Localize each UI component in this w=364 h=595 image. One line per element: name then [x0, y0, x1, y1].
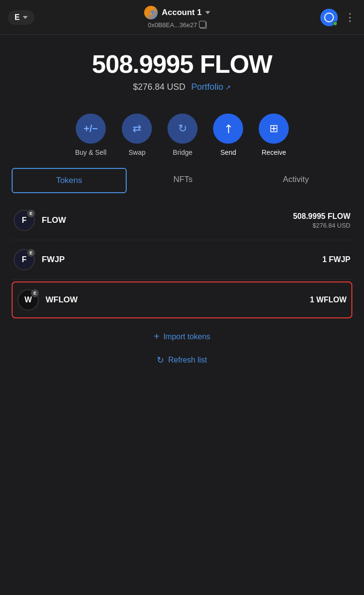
receive-circle: ⊞ — [259, 114, 289, 144]
portfolio-link[interactable]: Portfolio ↗ — [191, 82, 231, 92]
balance-section: 508.9995 FLOW $276.84 USD Portfolio ↗ — [12, 35, 352, 102]
network-status-icon[interactable] — [320, 9, 338, 26]
account-name: Account 1 — [162, 8, 201, 17]
receive-label: Receive — [262, 149, 286, 156]
token-row-fwjp[interactable]: F E FWJP 1 FWJP — [12, 240, 352, 280]
flow-avatar-letter: F — [22, 216, 27, 225]
token-info-wflow: WFLOW — [46, 295, 310, 305]
swap-circle: ⇄ — [122, 114, 152, 144]
external-link-icon: ↗ — [225, 83, 231, 91]
network-online-dot — [333, 21, 337, 26]
wflow-network-badge: E — [31, 289, 39, 298]
send-button[interactable]: ↗ Send — [213, 114, 243, 156]
wflow-balance: 1 WFLOW — [310, 296, 347, 304]
account-center: Account 1 0x0B8EA...36e27 — [144, 6, 210, 29]
send-label: Send — [220, 149, 236, 156]
tab-nfts[interactable]: NFTs — [127, 168, 240, 193]
more-options-icon[interactable]: ⋮ — [345, 11, 356, 24]
send-icon: ↗ — [220, 120, 236, 137]
wflow-symbol: WFLOW — [46, 295, 78, 304]
wflow-avatar-letter: W — [24, 296, 32, 304]
swap-button[interactable]: ⇄ Swap — [122, 114, 152, 156]
fwjp-network-badge: E — [27, 248, 35, 257]
token-row-flow[interactable]: F E FLOW 508.9995 FLOW $276.84 USD — [12, 201, 352, 240]
token-list: F E FLOW 508.9995 FLOW $276.84 USD F E F… — [12, 201, 352, 320]
balance-usd-row: $276.84 USD Portfolio ↗ — [12, 82, 352, 92]
receive-button[interactable]: ⊞ Receive — [259, 114, 289, 156]
token-avatar-fwjp: F E — [14, 249, 35, 270]
tab-tokens[interactable]: Tokens — [12, 168, 127, 193]
import-tokens-label: Import tokens — [163, 332, 210, 341]
fwjp-avatar-letter: F — [22, 255, 27, 264]
tab-activity[interactable]: Activity — [239, 168, 352, 193]
buy-sell-icon: +/− — [84, 123, 98, 134]
bridge-button[interactable]: ↻ Bridge — [167, 114, 198, 156]
refresh-icon: ↻ — [157, 355, 164, 365]
plus-icon: + — [154, 331, 160, 342]
account-address-text: 0x0B8EA...36e27 — [148, 21, 197, 29]
network-badge[interactable]: E — [8, 10, 34, 25]
refresh-list-label: Refresh list — [168, 356, 207, 364]
send-circle: ↗ — [213, 114, 243, 144]
token-info-fwjp: FWJP — [42, 255, 322, 264]
swap-label: Swap — [129, 149, 146, 156]
flow-symbol: FLOW — [42, 215, 66, 225]
flow-balance-usd: $276.84 USD — [293, 222, 350, 229]
import-tokens-row[interactable]: + Import tokens — [152, 320, 213, 347]
top-right-actions: ⋮ — [320, 9, 356, 26]
token-avatar-wflow: W E — [17, 289, 39, 311]
action-buttons: +/− Buy & Sell ⇄ Swap ↻ Bridge ↗ Send ⊞ — [12, 114, 352, 156]
bridge-circle: ↻ — [167, 114, 198, 144]
chevron-down-icon — [23, 16, 28, 19]
tabs-row: Tokens NFTs Activity — [12, 168, 352, 193]
refresh-list-row[interactable]: ↻ Refresh list — [155, 347, 209, 373]
token-avatar-flow: F E — [14, 210, 35, 231]
bridge-icon: ↻ — [178, 122, 187, 135]
bridge-label: Bridge — [173, 149, 192, 156]
wflow-balance-crypto: 1 WFLOW — [310, 296, 347, 304]
swap-icon: ⇄ — [132, 122, 141, 135]
account-address-row: 0x0B8EA...36e27 — [148, 21, 207, 29]
fox-svg — [146, 7, 156, 18]
top-bar: E Account 1 0x0B8EA...36e27 ⋮ — [0, 0, 364, 35]
flow-balance: 508.9995 FLOW $276.84 USD — [293, 212, 350, 229]
fwjp-balance: 1 FWJP — [322, 255, 350, 264]
network-inner-ring — [324, 13, 334, 22]
token-row-wflow[interactable]: W E WFLOW 1 WFLOW — [12, 281, 352, 318]
metamask-fox-icon — [144, 6, 158, 19]
account-chevron-icon — [205, 11, 210, 14]
buy-sell-button[interactable]: +/− Buy & Sell — [75, 114, 107, 156]
token-info-flow: FLOW — [42, 215, 293, 225]
buy-sell-circle: +/− — [76, 114, 106, 144]
main-content: 508.9995 FLOW $276.84 USD Portfolio ↗ +/… — [0, 35, 364, 595]
balance-usd: $276.84 USD — [133, 82, 185, 92]
flow-balance-crypto: 508.9995 FLOW — [293, 212, 350, 221]
receive-icon: ⊞ — [269, 122, 278, 135]
buy-sell-label: Buy & Sell — [75, 149, 107, 156]
account-name-row[interactable]: Account 1 — [144, 6, 210, 19]
fwjp-symbol: FWJP — [42, 255, 65, 264]
svg-point-3 — [150, 13, 152, 15]
portfolio-label: Portfolio — [191, 82, 223, 92]
copy-address-icon[interactable] — [200, 22, 207, 29]
balance-amount: 508.9995 FLOW — [12, 50, 352, 78]
flow-network-badge: E — [27, 209, 35, 218]
fwjp-balance-crypto: 1 FWJP — [322, 255, 350, 264]
network-label: E — [15, 13, 20, 22]
